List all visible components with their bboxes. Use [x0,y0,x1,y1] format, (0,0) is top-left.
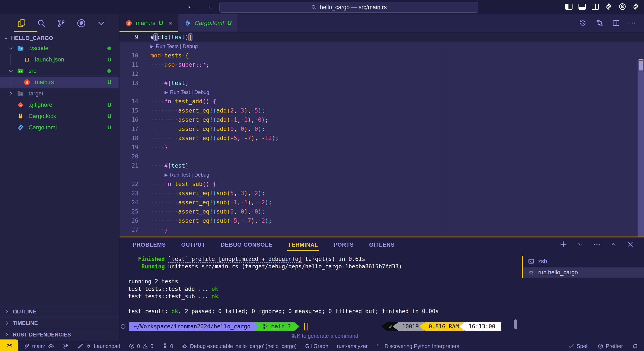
account-icon[interactable] [618,3,626,11]
statusbar-launchpad[interactable]: Launchpad [77,343,120,349]
file-tree-item-cargo-lock[interactable]: Cargo.lockU [0,111,119,122]
pencil-icon [77,343,84,349]
file-label: src [28,68,36,74]
prompt-ram: 0.81G RAM [419,322,464,331]
code-line[interactable]: 10mod·tests·{ [120,51,644,60]
file-label: Cargo.lock [28,113,56,120]
close-icon[interactable] [626,240,634,248]
terminal-scrollbar[interactable] [514,319,517,329]
tab-label: Cargo.toml [194,20,224,27]
panel-tab-terminal[interactable]: TERMINAL [288,241,318,248]
statusbar-python-discovery[interactable]: Discovering Python Interpreters [376,343,459,349]
explorer-header[interactable]: HELLO_CARGO [4,35,53,41]
code-line[interactable]: 20 [120,152,644,161]
layout-panel[interactable] [578,4,586,10]
panel-tab-output[interactable]: OUTPUT [181,241,205,248]
file-tree-item--gitignore[interactable]: .gitignoreU [0,99,119,111]
chevron-up-icon[interactable] [611,241,617,247]
code-line[interactable]: 19····} [120,143,644,152]
forward-icon[interactable]: → [205,2,212,10]
command-center-search[interactable]: hello_cargo — src/main.rs [219,2,478,13]
statusbar-ports[interactable]: 0 [162,343,173,349]
compare-icon[interactable] [596,19,604,27]
file-tree-item--vscode[interactable]: .vscode [0,43,119,54]
panel-tab-gitlens[interactable]: GITLENS [369,241,395,248]
code-line[interactable]: 13····#[test] [120,78,644,88]
file-tree-item-launch-json[interactable]: {}launch.jsonU [0,54,119,65]
code-line[interactable]: 23········assert_eq!(sub(5,·3),·2); [120,189,644,198]
sidebar-section-rust-dependencies[interactable]: RUST DEPENDENCIES [0,329,119,340]
more-icon[interactable] [628,19,636,27]
chevron-right-icon [4,332,10,337]
code-line[interactable]: 15········assert_eq!(add(2,·3),·5); [120,106,644,115]
gear-icon[interactable] [632,3,640,11]
statusbar-git-branch-status[interactable]: main* [24,343,54,349]
terminal-session-zsh[interactable]: zsh [522,256,644,267]
layout-split[interactable] [592,4,599,10]
terminal-output[interactable]: Finished `test` profile [unoptimized + d… [128,256,521,315]
rocket-icon [86,343,92,349]
code-line[interactable]: 16········assert_eq!(add(-1,·1),·0); [120,115,644,124]
statusbar-debug-target[interactable]: Debug executable 'hello_cargo' (hello_ca… [182,343,296,349]
command-decoration-icon[interactable] [121,324,126,329]
code-editor[interactable]: 9#[cfg(test)]▶Run Tests | Debug10mod·tes… [120,33,644,237]
code-line[interactable]: 24········assert_eq!(sub(-1,·1),·-2); [120,198,644,207]
code-line[interactable]: 22····fn·test_sub()·{ [120,179,644,189]
codelens-run-debug[interactable]: ▶Run Tests | Debug [150,43,198,49]
activity-github-icon[interactable] [76,19,86,28]
activity-search-icon[interactable] [37,19,46,28]
file-tree-item-src[interactable]: src [0,65,119,77]
code-line[interactable]: 14····fn·test_add()·{ [120,97,644,106]
code-line[interactable]: 26········assert_eq!(sub(-5,·-7),·2); [120,216,644,225]
codelens-run-debug[interactable]: ▶Run Test | Debug [164,172,209,178]
back-icon[interactable]: ← [187,2,194,10]
statusbar-text: 0 [150,343,154,349]
code-line[interactable]: 18········assert_eq!(add(-5,·-7),·-12); [120,133,644,143]
code-line[interactable]: 17········assert_eq!(add(0,·0),·0); [120,124,644,133]
file-tree-item-target[interactable]: target [0,88,119,99]
activity-bar [0,14,119,33]
statusbar-gitlens-icon[interactable] [62,343,69,349]
statusbar-rust-analyzer[interactable]: rust-analyzer [337,343,368,349]
panel-tab-ports[interactable]: PORTS [334,241,354,248]
code-line[interactable]: 11····use·super::*; [120,60,644,69]
statusbar-text: Git Graph [305,343,328,349]
more-icon[interactable] [593,240,601,248]
file-tree-item-main-rs[interactable]: Rmain.rsU [0,77,119,88]
panel-tab-debug-console[interactable]: DEBUG CONSOLE [221,241,272,248]
overview-ruler-cursor-mark [639,61,643,71]
chevron-down-icon[interactable] [577,241,583,247]
statusbar-prettier[interactable]: Prettier [598,343,623,349]
plus-icon[interactable] [560,240,568,248]
statusbar-problems[interactable]: 00 [129,343,153,349]
code-line[interactable]: 25········assert_eq!(sub(0,·0),·0); [120,207,644,216]
editor-scrollbar[interactable] [638,59,644,237]
statusbar-git-graph[interactable]: Git Graph [305,343,328,349]
panel-tab-problems[interactable]: PROBLEMS [133,241,166,248]
gear-icon[interactable] [605,3,613,11]
terminal-session-run-hello-cargo[interactable]: run hello_cargo [522,267,644,278]
sidebar-section-timeline[interactable]: TIMELINE [0,317,119,329]
tab-main-rs[interactable]: Rmain.rsU× [120,14,178,32]
code-line[interactable]: 28} [120,234,644,237]
tab-cargo-toml[interactable]: Cargo.tomlU [178,14,238,32]
activity-source-control-icon[interactable] [56,19,66,28]
sidebar-section-outline[interactable]: OUTLINE [0,306,119,317]
activity-files-icon[interactable] [17,19,26,28]
terminal-line [128,271,521,278]
codelens-run-debug[interactable]: ▶Run Test | Debug [164,89,209,95]
code-line[interactable]: 27····} [120,225,644,234]
code-line[interactable]: 9#[cfg(test)] [120,33,644,42]
code-line[interactable]: 12 [120,69,644,78]
layout-sidebar-left[interactable] [565,4,572,10]
file-tree-item-cargo-toml[interactable]: Cargo.tomlU [0,122,119,133]
split-editor-icon[interactable] [613,20,619,26]
remote-indicator[interactable]: >< [0,339,18,351]
session-label: run hello_cargo [538,269,578,276]
statusbar-spell[interactable]: Spell [568,343,588,349]
statusbar-notifications[interactable] [632,343,638,349]
code-line[interactable]: 21····#[test] [120,161,644,170]
tab-close-icon[interactable]: × [168,20,172,27]
activity-chevron-down-icon[interactable] [97,19,106,28]
history-icon[interactable] [579,19,587,27]
